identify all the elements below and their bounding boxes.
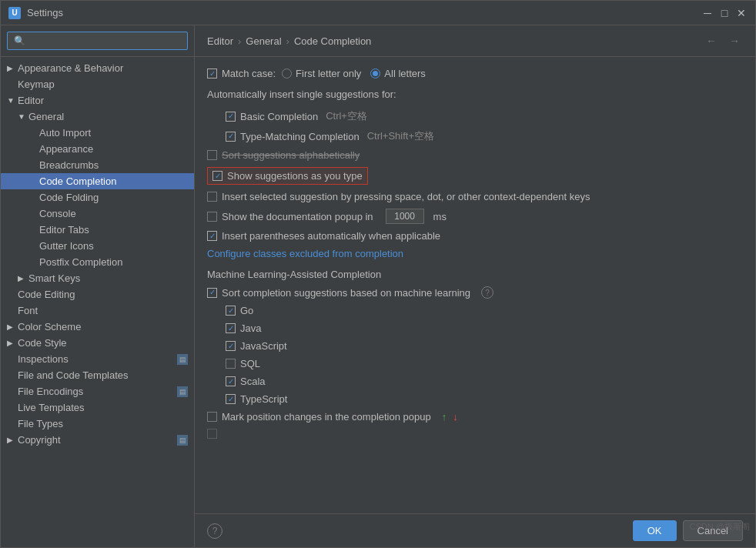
ml-typescript-label[interactable]: TypeScript — [226, 393, 287, 405]
auto-insert-label: Automatically insert single suggestions … — [207, 89, 396, 100]
ml-sql-label[interactable]: SQL — [226, 358, 260, 369]
insert-parens-label[interactable]: Insert parentheses automatically when ap… — [207, 230, 440, 242]
sidebar-item-file-code-templates[interactable]: File and Code Templates — [1, 367, 194, 383]
arrow-icon: ▼ — [7, 96, 18, 105]
insert-parens-text: Insert parentheses automatically when ap… — [222, 230, 440, 242]
sidebar-item-general[interactable]: ▼ General — [1, 109, 194, 125]
ml-sql-checkbox[interactable] — [226, 359, 236, 369]
sidebar-item-console[interactable]: Console — [1, 206, 194, 222]
radio-all-letters[interactable]: All letters — [370, 68, 425, 79]
basic-completion-row: Basic Completion Ctrl+空格 — [207, 109, 743, 123]
sidebar-item-breadcrumbs[interactable]: Breadcrumbs — [1, 157, 194, 173]
ml-java-label[interactable]: Java — [226, 322, 261, 334]
copyright-badge: ▤ — [177, 435, 188, 446]
type-matching-label[interactable]: Type-Matching Completion Ctrl+Shift+空格 — [226, 129, 434, 143]
sidebar-item-auto-import[interactable]: Auto Import — [1, 125, 194, 141]
insert-parens-row: Insert parentheses automatically when ap… — [207, 230, 743, 242]
sidebar-item-label: Code Folding — [39, 192, 188, 203]
sidebar-item-label: General — [28, 111, 188, 122]
sidebar-item-label: File and Code Templates — [18, 369, 188, 381]
close-button[interactable]: ✕ — [735, 7, 748, 19]
sidebar-item-copyright[interactable]: ▶ Copyright ▤ — [1, 432, 194, 448]
sidebar-item-code-completion[interactable]: Code Completion — [1, 173, 194, 189]
search-box — [1, 25, 194, 57]
sidebar-item-code-folding[interactable]: Code Folding — [1, 189, 194, 206]
partial-checkbox[interactable] — [207, 429, 217, 439]
ml-scala-checkbox[interactable] — [226, 376, 236, 386]
minimize-button[interactable]: ─ — [701, 7, 714, 19]
sidebar-item-label: Editor Tabs — [39, 224, 188, 236]
ml-javascript-checkbox[interactable] — [226, 341, 236, 351]
partial-label[interactable] — [207, 429, 222, 439]
ml-scala-label[interactable]: Scala — [226, 376, 266, 387]
ml-section-label: Machine Learning-Assisted Completion — [207, 269, 743, 280]
breadcrumb-general: General — [246, 35, 281, 47]
ml-java-checkbox[interactable] — [226, 323, 236, 333]
mark-position-row: Mark position changes in the completion … — [207, 411, 743, 423]
back-button[interactable]: ← — [703, 33, 720, 48]
ml-sort-help-icon[interactable]: ? — [481, 286, 493, 299]
ml-go-label[interactable]: Go — [226, 305, 253, 316]
sidebar-item-file-types[interactable]: File Types — [1, 416, 194, 432]
search-input[interactable] — [7, 32, 188, 50]
ml-sort-checkbox[interactable] — [207, 288, 217, 298]
maximize-button[interactable]: □ — [718, 7, 731, 19]
basic-completion-label[interactable]: Basic Completion Ctrl+空格 — [226, 109, 367, 123]
sidebar-item-smart-keys[interactable]: ▶ Smart Keys — [1, 270, 194, 286]
type-matching-checkbox[interactable] — [226, 132, 236, 142]
forward-button[interactable]: → — [726, 33, 743, 48]
sidebar-item-appearance-behavior[interactable]: ▶ Appearance & Behavior — [1, 60, 194, 76]
window-controls: ─ □ ✕ — [701, 7, 748, 19]
radio-first-letter[interactable]: First letter only — [282, 68, 361, 79]
sidebar-item-postfix-completion[interactable]: Postfix Completion — [1, 254, 194, 270]
sidebar-item-keymap[interactable]: Keymap — [1, 76, 194, 92]
breadcrumb: Editor › General › Code Completion — [207, 35, 371, 47]
sidebar-item-editor[interactable]: ▼ Editor — [1, 92, 194, 109]
ml-javascript-label[interactable]: JavaScript — [226, 340, 287, 352]
main-content: ▶ Appearance & Behavior Keymap ▼ Editor … — [1, 25, 755, 547]
radio-all-letters-input[interactable] — [370, 68, 380, 79]
sidebar-item-editor-tabs[interactable]: Editor Tabs — [1, 222, 194, 238]
sidebar-item-label: Inspections — [18, 353, 69, 365]
basic-completion-text: Basic Completion — [240, 111, 318, 122]
ml-typescript-checkbox[interactable] — [226, 394, 236, 404]
sidebar-item-inspections[interactable]: Inspections ▤ — [1, 351, 194, 367]
help-button[interactable]: ? — [207, 523, 222, 539]
match-case-label[interactable]: Match case: — [207, 68, 276, 79]
insert-parens-checkbox[interactable] — [207, 231, 217, 241]
sort-alphabetically-checkbox[interactable] — [207, 150, 217, 160]
show-suggestions-label[interactable]: Show suggestions as you type — [212, 170, 363, 182]
mark-position-checkbox[interactable] — [207, 412, 217, 422]
sidebar-item-appearance[interactable]: Appearance — [1, 141, 194, 157]
sort-alphabetically-label[interactable]: Sort suggestions alphabetically — [207, 149, 360, 161]
sidebar-item-file-encodings[interactable]: File Encodings ▤ — [1, 383, 194, 399]
partial-row — [207, 429, 743, 439]
sidebar-item-code-editing[interactable]: Code Editing — [1, 286, 194, 302]
mark-position-label[interactable]: Mark position changes in the completion … — [207, 411, 431, 423]
insert-by-space-label[interactable]: Insert selected suggestion by pressing s… — [207, 191, 590, 202]
panel-header: Editor › General › Code Completion ← → — [195, 25, 755, 57]
insert-by-space-checkbox[interactable] — [207, 192, 217, 202]
radio-first-letter-input[interactable] — [282, 68, 292, 79]
match-case-checkbox[interactable] — [207, 68, 217, 79]
sidebar-item-font[interactable]: Font — [1, 302, 194, 319]
sidebar-item-code-style[interactable]: ▶ Code Style — [1, 335, 194, 351]
configure-classes-link[interactable]: Configure classes excluded from completi… — [207, 248, 403, 259]
sidebar-item-label: Breadcrumbs — [39, 159, 188, 171]
ml-sql-row: SQL — [207, 358, 743, 369]
show-suggestions-checkbox[interactable] — [212, 171, 222, 181]
sidebar-item-gutter-icons[interactable]: Gutter Icons — [1, 238, 194, 254]
sidebar-item-color-scheme[interactable]: ▶ Color Scheme — [1, 319, 194, 335]
ml-sort-label[interactable]: Sort completion suggestions based on mac… — [207, 287, 470, 299]
doc-popup-value[interactable] — [386, 209, 424, 224]
sidebar-item-live-templates[interactable]: Live Templates — [1, 399, 194, 416]
nav-tree: ▶ Appearance & Behavior Keymap ▼ Editor … — [1, 57, 194, 547]
ml-go-checkbox[interactable] — [226, 306, 236, 316]
match-case-row: Match case: First letter only All letter… — [207, 68, 743, 79]
ok-button[interactable]: OK — [633, 520, 677, 541]
show-doc-popup-label[interactable]: Show the documentation popup in — [207, 211, 373, 222]
basic-completion-checkbox[interactable] — [226, 112, 236, 122]
breadcrumb-sep: › — [238, 35, 241, 47]
show-doc-popup-checkbox[interactable] — [207, 212, 217, 222]
arrow-icon: ▼ — [18, 112, 28, 121]
